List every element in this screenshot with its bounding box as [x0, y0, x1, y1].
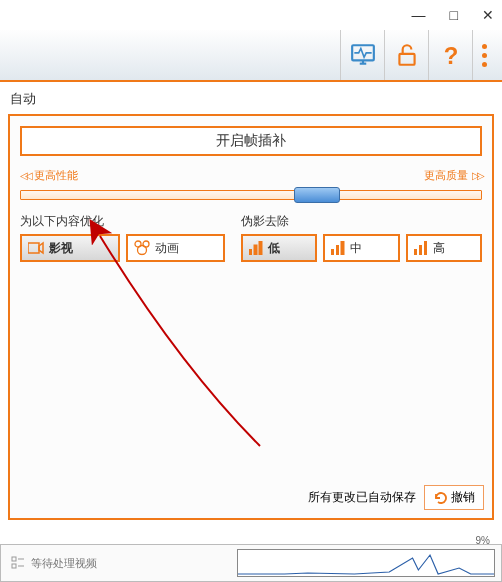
maximize-button[interactable]: □	[450, 7, 458, 23]
undo-button[interactable]: 撤销	[424, 485, 484, 510]
main-panel: 开启帧插补 ◁◁ 更高性能 更高质量 ▷▷ 为以下内容优化 影视	[8, 114, 494, 520]
progress-graph: 9%	[237, 549, 495, 577]
unlock-icon	[394, 42, 420, 68]
monitor-button[interactable]	[340, 30, 384, 80]
help-button[interactable]: ?	[428, 30, 472, 80]
waiting-label: 等待处理视频	[31, 556, 97, 571]
chevron-right-icon: ▷▷	[472, 170, 482, 181]
optimize-video-button[interactable]: 影视	[20, 234, 120, 262]
lock-button[interactable]	[384, 30, 428, 80]
optimize-anime-button[interactable]: 动画	[126, 234, 226, 262]
svg-rect-18	[12, 557, 16, 561]
svg-rect-17	[424, 241, 427, 255]
artifact-low-button[interactable]: 低	[241, 234, 317, 262]
svg-rect-13	[336, 245, 339, 255]
camera-icon	[28, 241, 44, 255]
top-toolbar: ?	[0, 30, 502, 82]
svg-rect-10	[254, 245, 257, 255]
autosave-label: 所有更改已自动保存	[308, 489, 416, 506]
optimize-video-label: 影视	[49, 240, 73, 257]
window-titlebar: — □ ✕	[0, 0, 502, 30]
enable-interpolation-button[interactable]: 开启帧插补	[20, 126, 482, 156]
svg-text:?: ?	[443, 42, 458, 68]
optimize-anime-label: 动画	[155, 240, 179, 257]
status-row: 所有更改已自动保存 撤销	[308, 485, 484, 510]
svg-rect-9	[249, 249, 252, 255]
monitor-icon	[350, 42, 376, 68]
bars-mid-icon	[331, 241, 345, 255]
bars-low-icon	[249, 241, 263, 255]
artifact-high-label: 高	[433, 240, 445, 257]
svg-rect-11	[259, 241, 262, 255]
perf-left-label: 更高性能	[34, 168, 78, 183]
artifact-low-label: 低	[268, 240, 280, 257]
dot-icon	[482, 44, 487, 49]
svg-rect-12	[331, 249, 334, 255]
progress-percent: 9%	[476, 535, 490, 546]
mickey-icon	[134, 240, 150, 256]
dot-icon	[482, 53, 487, 58]
artifact-mid-label: 中	[350, 240, 362, 257]
artifact-high-button[interactable]: 高	[406, 234, 482, 262]
svg-rect-14	[341, 241, 344, 255]
svg-rect-16	[419, 245, 422, 255]
quality-labels: ◁◁ 更高性能 更高质量 ▷▷	[20, 168, 482, 183]
minimize-button[interactable]: —	[412, 7, 426, 23]
artifact-label: 伪影去除	[241, 213, 482, 230]
svg-rect-3	[399, 54, 414, 65]
slider-track	[20, 190, 482, 200]
quality-slider[interactable]	[20, 187, 482, 203]
svg-rect-5	[28, 243, 39, 253]
chevron-left-icon: ◁◁	[20, 170, 30, 181]
mode-label: 自动	[8, 88, 494, 114]
slider-thumb[interactable]	[294, 187, 340, 203]
artifact-mid-button[interactable]: 中	[323, 234, 399, 262]
undo-icon	[433, 491, 447, 505]
dot-icon	[482, 62, 487, 67]
svg-rect-19	[12, 564, 16, 568]
svg-point-8	[137, 246, 146, 255]
bars-high-icon	[414, 241, 428, 255]
queue-icon	[11, 556, 25, 570]
svg-rect-15	[414, 249, 417, 255]
perf-right-label: 更高质量	[424, 168, 468, 183]
more-button[interactable]	[472, 30, 496, 80]
optimize-label: 为以下内容优化	[20, 213, 225, 230]
close-button[interactable]: ✕	[482, 7, 494, 23]
undo-label: 撤销	[451, 489, 475, 506]
question-icon: ?	[438, 42, 464, 68]
bottom-bar: 等待处理视频 9%	[0, 544, 502, 582]
activity-chart-icon	[238, 550, 494, 576]
